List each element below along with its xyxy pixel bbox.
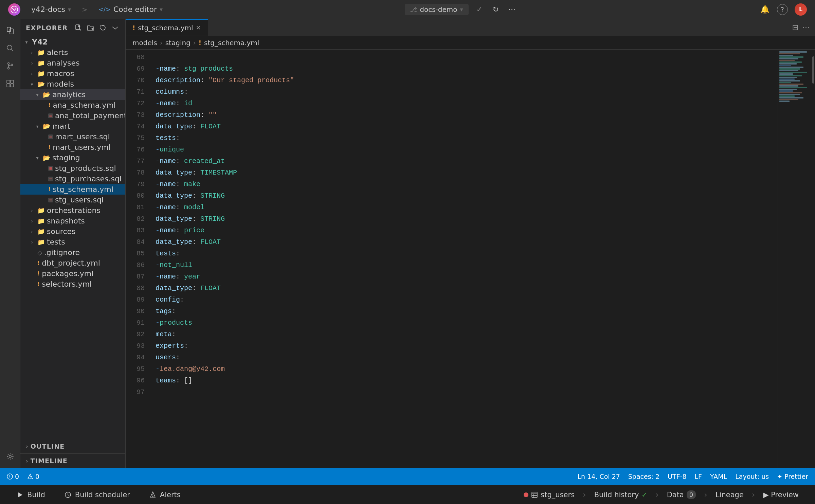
editor-section-button[interactable]: </> Code editor ▾ <box>98 5 163 14</box>
sidebar-item-packages[interactable]: › ! packages.yml <box>20 268 125 279</box>
extensions-activity-icon[interactable] <box>3 76 18 91</box>
timeline-header[interactable]: › TIMELINE <box>20 456 125 466</box>
source-control-activity-icon[interactable] <box>3 58 18 73</box>
outline-chevron-icon: › <box>26 443 29 450</box>
macros-chevron-icon: › <box>29 71 35 76</box>
code-line-94: users: <box>150 352 778 363</box>
status-layout[interactable]: Layout: us <box>735 473 769 480</box>
orchestrations-label: orchestrations <box>47 206 101 215</box>
breadcrumb-models[interactable]: models <box>132 39 157 47</box>
code-line-77: - name: created_at <box>150 156 778 167</box>
split-editor-icon[interactable]: ⊟ <box>792 23 798 32</box>
stg-users-label: stg_users <box>541 491 575 499</box>
status-line-ending[interactable]: LF <box>695 473 702 480</box>
models-label: models <box>47 80 74 88</box>
sidebar-item-sources[interactable]: › 📁 sources <box>20 226 125 237</box>
selectors-label: selectors.yml <box>42 280 92 288</box>
code-content[interactable]: - name: stg_products description: "Our s… <box>150 50 778 468</box>
status-encoding[interactable]: UTF-8 <box>668 473 686 480</box>
tree-root-y42[interactable]: ▾ Y42 <box>20 37 125 47</box>
status-error-count[interactable]: 0 <box>7 473 19 480</box>
sidebar-item-mart[interactable]: ▾ 📂 mart <box>20 121 125 131</box>
svg-point-3 <box>7 45 12 50</box>
sidebar-item-models[interactable]: ▾ 📂 models <box>20 79 125 89</box>
sidebar-header-actions <box>74 23 120 33</box>
preview-tag[interactable]: ▶ Preview <box>758 489 804 501</box>
folder-open-icon: 📂 <box>43 123 50 130</box>
sidebar-item-stg-schema-yml[interactable]: › ! stg_schema.yml <box>20 184 125 195</box>
sidebar-item-dbt-project[interactable]: › ! dbt_project.yml <box>20 258 125 268</box>
sidebar-item-tests[interactable]: › 📁 tests <box>20 237 125 247</box>
status-language[interactable]: YAML <box>710 473 727 480</box>
code-line-91: - products <box>150 317 778 329</box>
notification-bell-icon[interactable]: 🔔 <box>759 4 770 15</box>
sidebar-item-selectors[interactable]: › ! selectors.yml <box>20 279 125 289</box>
folder-open-icon: 📂 <box>43 154 50 161</box>
status-warning-count[interactable]: 0 <box>27 473 39 480</box>
new-file-icon[interactable] <box>74 23 83 33</box>
titlebar-more-icon[interactable]: ··· <box>507 4 518 15</box>
sidebar-item-mart-users-sql[interactable]: › ≡ mart_users.sql <box>20 131 125 142</box>
build-button[interactable]: Build <box>11 488 51 502</box>
branch-icon: ⎇ <box>410 6 417 13</box>
build-history-tag[interactable]: Build history ✓ <box>589 489 653 501</box>
yaml-file-icon: ! <box>37 270 40 277</box>
minimap-scrollbar[interactable] <box>812 56 814 84</box>
alerts-label: alerts <box>47 48 68 57</box>
stg-users-sql-label: stg_users.sql <box>55 196 104 204</box>
ana-schema-label: ana_schema.yml <box>53 101 115 109</box>
lineage-tag[interactable]: Lineage <box>710 489 749 501</box>
bottom-sep-2: › <box>655 490 659 500</box>
svg-point-26 <box>152 496 153 497</box>
sidebar-item-stg-purchases-sql[interactable]: › ≡ stg_purchases.sql <box>20 174 125 184</box>
refresh-icon[interactable]: ↻ <box>490 4 501 15</box>
sidebar-item-mart-users-yml[interactable]: › ! mart_users.yml <box>20 142 125 152</box>
data-tag[interactable]: Data 0 <box>662 488 702 501</box>
stg-users-tag[interactable]: stg_users <box>518 489 580 501</box>
app-name-button[interactable]: y42-docs ▾ <box>31 5 71 14</box>
search-activity-icon[interactable] <box>3 41 18 56</box>
collapse-all-icon[interactable] <box>110 23 120 33</box>
app-logo[interactable] <box>8 3 20 16</box>
stg-users-dot <box>524 492 528 497</box>
sidebar-item-stg-users-sql[interactable]: › ≡ stg_users.sql <box>20 195 125 205</box>
folder-icon: 📁 <box>37 238 45 246</box>
sidebar-item-gitignore[interactable]: › ◇ .gitignore <box>20 247 125 258</box>
tab-more-icon[interactable]: ··· <box>802 23 810 32</box>
tab-stg-schema[interactable]: ! stg_schema.yml ✕ <box>126 19 208 36</box>
sidebar-item-analytics[interactable]: ▾ 📂 analytics <box>20 89 125 100</box>
sidebar-item-ana-schema[interactable]: › ! ana_schema.yml <box>20 100 125 110</box>
build-scheduler-button[interactable]: Build scheduler <box>59 488 135 502</box>
explorer-activity-icon[interactable] <box>3 23 18 38</box>
status-prettier[interactable]: ✦ Prettier <box>777 473 808 480</box>
breadcrumb-staging[interactable]: staging <box>165 39 191 47</box>
sidebar-item-ana-total-payments[interactable]: › ≡ ana_total_payments.sql <box>20 110 125 121</box>
editor-area: ! stg_schema.yml ✕ ⊟ ··· models › stagin… <box>126 19 815 468</box>
user-avatar[interactable]: L <box>795 3 807 16</box>
bottom-sep-4: › <box>752 490 755 500</box>
sidebar-item-alerts[interactable]: › 📁 alerts <box>20 47 125 58</box>
sidebar-spacer <box>20 289 125 439</box>
tab-close-icon[interactable]: ✕ <box>196 24 201 31</box>
branch-selector[interactable]: ⎇ docs-demo ▾ <box>405 4 469 15</box>
breadcrumb-file[interactable]: stg_schema.yml <box>204 39 259 47</box>
sidebar-item-orchestrations[interactable]: › 📁 orchestrations <box>20 205 125 216</box>
sidebar-item-stg-products-sql[interactable]: › ≡ stg_products.sql <box>20 163 125 174</box>
folder-icon: 📁 <box>37 217 45 224</box>
orchestrations-chevron-icon: › <box>29 208 35 213</box>
sidebar-item-snapshots[interactable]: › 📁 snapshots <box>20 216 125 226</box>
sidebar-item-macros[interactable]: › 📁 macros <box>20 68 125 79</box>
sidebar-item-analyses[interactable]: › 📁 analyses <box>20 58 125 68</box>
new-folder-icon[interactable] <box>86 23 95 33</box>
code-editor[interactable]: 68 69 70 71 72 73 74 75 76 77 78 79 80 8… <box>126 50 815 468</box>
settings-activity-icon[interactable] <box>3 449 18 464</box>
code-line-81: - name: model <box>150 202 778 213</box>
status-spaces[interactable]: Spaces: 2 <box>628 473 659 480</box>
refresh-explorer-icon[interactable] <box>98 23 108 33</box>
status-cursor[interactable]: Ln 14, Col 27 <box>578 473 620 480</box>
mart-label: mart <box>52 122 70 130</box>
sidebar-item-staging[interactable]: ▾ 📂 staging <box>20 152 125 163</box>
alerts-button[interactable]: Alerts <box>144 488 186 502</box>
outline-header[interactable]: › OUTLINE <box>20 441 125 451</box>
help-icon[interactable]: ? <box>777 4 788 15</box>
